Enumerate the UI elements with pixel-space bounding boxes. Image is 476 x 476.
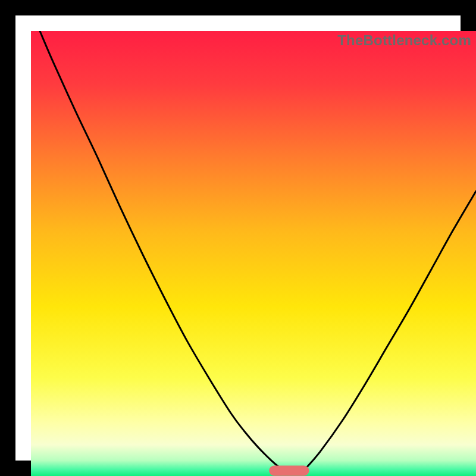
optimal-marker	[269, 465, 309, 475]
watermark-label: TheBottleneck.com	[337, 32, 471, 49]
gradient-background	[31, 31, 476, 476]
chart-plot-area: TheBottleneck.com	[31, 31, 476, 476]
chart-frame: TheBottleneck.com	[0, 0, 476, 476]
chart-svg	[31, 31, 476, 476]
